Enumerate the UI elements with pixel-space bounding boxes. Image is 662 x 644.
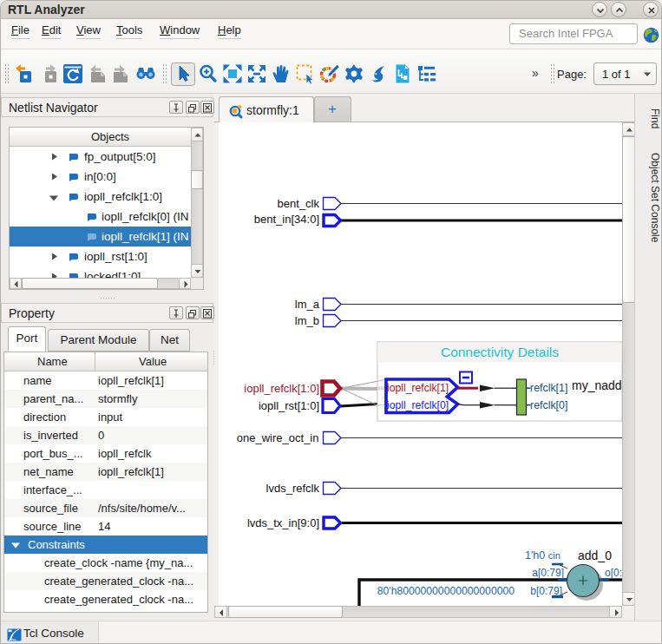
svg-text:o[0:7: o[0:7	[605, 567, 622, 579]
svg-text:80'h80000000000000000000: 80'h80000000000000000000	[377, 585, 515, 597]
svg-text:iopll_refclk[0]: iopll_refclk[0]	[387, 399, 449, 411]
svg-text:Connectivity Details: Connectivity Details	[441, 345, 559, 359]
svg-text:lm_b: lm_b	[295, 314, 319, 327]
svg-text:iopll_refclk[1]: iopll_refclk[1]	[387, 382, 449, 394]
svg-text:bent_in[34:0]: bent_in[34:0]	[254, 213, 319, 226]
svg-text:a[0:79]: a[0:79]	[532, 567, 564, 579]
svg-text:refclk[1]: refclk[1]	[530, 382, 567, 394]
svg-text:add_0: add_0	[578, 549, 612, 562]
svg-text:iopll_rst[1:0]: iopll_rst[1:0]	[259, 399, 319, 412]
svg-text:1'h0 cin: 1'h0 cin	[525, 549, 560, 562]
svg-text:one_wire_oct_in: one_wire_oct_in	[237, 431, 319, 444]
svg-text:bent_clk: bent_clk	[278, 197, 320, 210]
svg-text:lvds_refclk: lvds_refclk	[266, 482, 320, 495]
svg-text:refclk[0]: refclk[0]	[530, 399, 567, 411]
svg-text:iopll_refclk[1:0]: iopll_refclk[1:0]	[244, 382, 319, 395]
svg-text:b[0:79]: b[0:79]	[530, 585, 562, 597]
svg-text:lvds_tx_in[9:0]: lvds_tx_in[9:0]	[247, 516, 319, 529]
svg-text:my_nadde: my_nadde	[572, 378, 622, 392]
svg-text:lm_a: lm_a	[295, 298, 320, 311]
